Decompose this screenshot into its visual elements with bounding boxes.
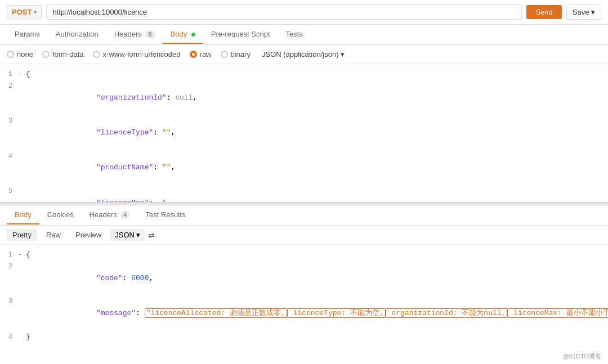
method-chevron-icon: ▾: [34, 9, 37, 15]
response-format-dropdown[interactable]: JSON ▾: [110, 229, 145, 241]
tab-authorization[interactable]: Authorization: [48, 25, 106, 44]
error-message-licenceAllocated: "licenceAllocated: 必须是正数或零,: [145, 308, 287, 318]
response-line-2: 2 "code": 6000,: [0, 261, 608, 296]
body-dot-indicator: [191, 33, 195, 37]
response-tab-body[interactable]: Body: [7, 206, 39, 224]
request-line-2: 2 "organizationId": null,: [0, 80, 608, 115]
format-raw-button[interactable]: Raw: [41, 229, 66, 241]
response-code-area: 1 - { 2 "code": 6000, 3: [0, 245, 608, 347]
response-tab-nav: Body Cookies Headers 4 Test Results: [0, 205, 608, 226]
tab-params[interactable]: Params: [7, 25, 48, 44]
radio-form-data[interactable]: form-data: [42, 50, 84, 59]
request-line-1: 1 - {: [0, 69, 608, 80]
format-preview-button[interactable]: Preview: [70, 229, 107, 241]
send-button[interactable]: Send: [526, 5, 561, 19]
error-message-licenceMax: licenceMax: 最小不能小于0": [507, 308, 608, 318]
watermark: @51CTO博客: [563, 352, 601, 361]
json-format-dropdown[interactable]: JSON (application/json) ▾: [262, 50, 345, 59]
response-tab-testresults[interactable]: Test Results: [137, 206, 193, 224]
request-section: Params Authorization Headers 9 Body Pre-…: [0, 25, 608, 202]
request-code-area: 1 - { 2 "organizationId": null, 3: [0, 64, 608, 202]
request-line-4: 4 "productName": "",: [0, 151, 608, 186]
response-tab-cookies[interactable]: Cookies: [39, 206, 82, 224]
dropdown-chevron-icon: ▾: [341, 50, 345, 59]
url-bar: POST ▾ Send Save ▾: [0, 0, 608, 25]
tab-tests[interactable]: Tests: [278, 25, 311, 44]
error-message-licenceType: licenceType: 不能为空,: [287, 308, 386, 318]
radio-urlencoded[interactable]: x-www-form-urlencoded: [93, 50, 181, 59]
response-line-4: 4 }: [0, 331, 608, 343]
save-button[interactable]: Save ▾: [566, 5, 601, 20]
url-input[interactable]: [46, 5, 522, 20]
response-editor[interactable]: 1 - { 2 "code": 6000, 3: [0, 245, 608, 364]
tab-body[interactable]: Body: [163, 25, 203, 44]
response-line-1: 1 - {: [0, 249, 608, 261]
request-line-5: 5 "licenceMax": -1,: [0, 186, 608, 202]
response-format-row: Pretty Raw Preview JSON ▾ ⇄: [0, 226, 608, 245]
radio-form-data-dot: [42, 51, 50, 58]
method-select[interactable]: POST ▾: [7, 5, 42, 19]
radio-binary-dot: [221, 51, 228, 58]
wrap-lines-icon[interactable]: ⇄: [148, 231, 155, 240]
format-label: JSON: [115, 231, 135, 239]
response-tab-headers[interactable]: Headers 4: [82, 206, 138, 224]
radio-urlencoded-dot: [93, 51, 100, 58]
method-label: POST: [12, 8, 32, 16]
main-container: POST ▾ Send Save ▾ Params Authorization …: [0, 0, 608, 364]
response-line-3: 3 "message": "licenceAllocated: 必须是正数或零,…: [0, 296, 608, 331]
radio-none[interactable]: none: [7, 50, 33, 59]
request-tab-nav: Params Authorization Headers 9 Body Pre-…: [0, 25, 608, 45]
tab-headers[interactable]: Headers 9: [106, 25, 163, 44]
radio-binary[interactable]: binary: [221, 50, 251, 59]
request-line-3: 3 "licenceType": "",: [0, 115, 608, 150]
radio-none-dot: [7, 51, 14, 58]
request-editor[interactable]: 1 - { 2 "organizationId": null, 3: [0, 64, 608, 202]
response-section: Body Cookies Headers 4 Test Results Pret…: [0, 205, 608, 364]
error-message-organizationId: organizationId: 不能为null,: [386, 308, 508, 318]
radio-raw-dot: [190, 51, 197, 58]
format-pretty-button[interactable]: Pretty: [7, 229, 37, 241]
radio-raw[interactable]: raw: [190, 50, 212, 59]
body-type-row: none form-data x-www-form-urlencoded raw…: [0, 45, 608, 64]
format-chevron-icon: ▾: [136, 231, 140, 239]
tab-prerequest[interactable]: Pre-request Script: [203, 25, 278, 44]
